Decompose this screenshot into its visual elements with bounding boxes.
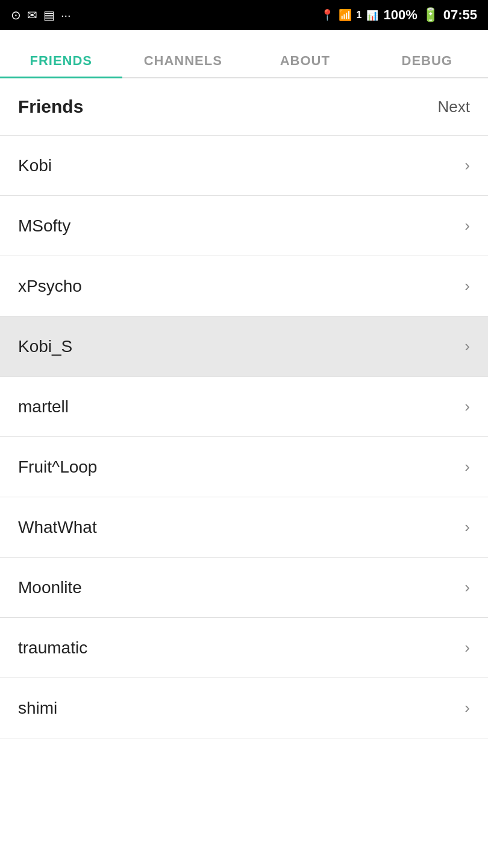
wifi-icon: 📶 (339, 8, 352, 22)
whatsapp-icon: ⊙ (11, 8, 21, 22)
page-title: Friends (18, 96, 83, 117)
tab-about[interactable]: ABOUT (244, 53, 366, 77)
friend-name: Fruit^Loop (18, 458, 97, 477)
list-item[interactable]: Fruit^Loop› (0, 437, 488, 497)
chevron-right-icon: › (465, 337, 470, 356)
list-item[interactable]: MSofty› (0, 196, 488, 256)
chevron-right-icon: › (465, 458, 470, 476)
list-item[interactable]: martell› (0, 377, 488, 437)
next-button[interactable]: Next (438, 98, 470, 116)
time-label: 07:55 (443, 7, 477, 23)
friend-name: martell (18, 397, 69, 417)
friend-name: MSofty (18, 216, 70, 236)
friend-name: Kobi (18, 156, 52, 175)
status-icons-right: 📍 📶 1 📊 100% 🔋 07:55 (321, 7, 477, 23)
status-bar: ⊙ ✉ ▤ ··· 📍 📶 1 📊 100% 🔋 07:55 (0, 0, 488, 30)
friend-name: xPsycho (18, 277, 82, 296)
list-item[interactable]: Moonlite› (0, 558, 488, 618)
chevron-right-icon: › (465, 518, 470, 536)
chevron-right-icon: › (465, 156, 470, 175)
tab-debug[interactable]: DEBUG (366, 53, 489, 77)
list-item[interactable]: traumatic› (0, 618, 488, 678)
chevron-right-icon: › (465, 638, 470, 657)
chevron-right-icon: › (465, 277, 470, 295)
more-icon: ··· (61, 8, 71, 22)
friend-name: shimi (18, 699, 57, 718)
list-item[interactable]: xPsycho› (0, 256, 488, 316)
location-icon: 📍 (321, 8, 334, 22)
battery-label: 100% (383, 7, 417, 23)
friends-list: Kobi›MSofty›xPsycho›Kobi_S›martell›Fruit… (0, 136, 488, 738)
friend-name: WhatWhat (18, 518, 97, 537)
tab-friends[interactable]: FRIENDS (0, 53, 122, 77)
status-icons-left: ⊙ ✉ ▤ ··· (11, 8, 71, 22)
list-item[interactable]: shimi› (0, 678, 488, 738)
tab-bar: FRIENDS CHANNELS ABOUT DEBUG (0, 30, 488, 78)
gmail-icon: ✉ (27, 8, 37, 22)
chevron-right-icon: › (465, 397, 470, 416)
chevron-right-icon: › (465, 578, 470, 597)
news-icon: ▤ (43, 8, 55, 22)
friend-name: Moonlite (18, 578, 82, 597)
signal-icon: 📊 (366, 10, 378, 21)
friend-name: traumatic (18, 638, 87, 658)
chevron-right-icon: › (465, 216, 470, 235)
page-header: Friends Next (0, 78, 488, 136)
chevron-right-icon: › (465, 699, 470, 717)
list-item[interactable]: WhatWhat› (0, 497, 488, 558)
tab-channels[interactable]: CHANNELS (122, 53, 245, 77)
list-item[interactable]: Kobi› (0, 136, 488, 196)
list-item[interactable]: Kobi_S› (0, 316, 488, 377)
friend-name: Kobi_S (18, 337, 72, 356)
sim1-icon: 1 (357, 10, 362, 20)
battery-icon: 🔋 (422, 7, 439, 23)
